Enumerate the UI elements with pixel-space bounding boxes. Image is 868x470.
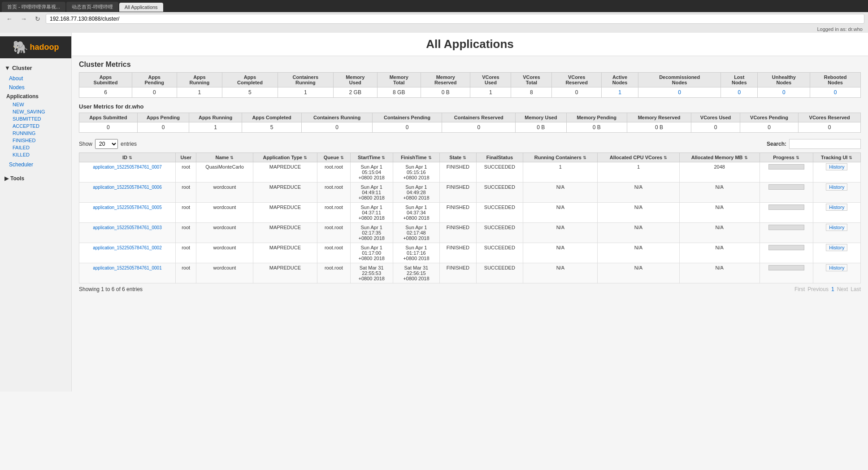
app-id-link[interactable]: application_1522505784761_0007 <box>93 165 161 170</box>
sidebar-sub-finished[interactable]: FINISHED <box>0 137 71 144</box>
um-val-0: 0 <box>79 122 138 133</box>
cell-starttime: Sun Apr 1 02:17:35 +0800 2018 <box>350 223 393 243</box>
progress-bar <box>768 225 804 230</box>
um-col-memory-reserved: Memory Reserved <box>627 113 691 122</box>
cell-name: wordcount <box>196 243 253 263</box>
cell-id: application_1522505784761_0006 <box>79 183 176 203</box>
app-id-link[interactable]: application_1522505784761_0001 <box>93 265 161 270</box>
th-finalstatus[interactable]: FinalStatus <box>476 153 523 162</box>
sidebar-sub-failed[interactable]: FAILED <box>0 144 71 151</box>
th-id[interactable]: ID ⇅ <box>79 153 176 162</box>
sidebar-sub-accepted[interactable]: ACCEPTED <box>0 122 71 130</box>
history-link[interactable]: History <box>826 224 847 231</box>
th-progress[interactable]: Progress ⇅ <box>760 153 813 162</box>
pagination-previous[interactable]: Previous <box>807 286 829 292</box>
th-app-type[interactable]: Application Type ⇅ <box>253 153 317 162</box>
app-id-link[interactable]: application_1522505784761_0005 <box>93 205 161 210</box>
unhealthy-link[interactable]: 0 <box>782 89 786 96</box>
th-tracking-ui[interactable]: Tracking UI ⇅ <box>813 153 860 162</box>
cell-tracking: History <box>813 263 860 283</box>
lost-link[interactable]: 0 <box>738 89 741 96</box>
col-decommissioned-nodes: DecommissionedNodes <box>638 73 721 87</box>
pagination-last[interactable]: Last <box>851 286 861 292</box>
cell-finalstatus: SUCCEEDED <box>476 203 523 223</box>
val-apps-completed: 5 <box>222 87 278 98</box>
th-state[interactable]: State ⇅ <box>440 153 476 162</box>
sidebar-cluster[interactable]: ▼ Cluster <box>0 62 71 74</box>
col-vcores-total: VCoresTotal <box>511 73 552 87</box>
th-running-containers[interactable]: Running Containers ⇅ <box>523 153 598 162</box>
sidebar-sub-submitted[interactable]: SUBMITTED <box>0 115 71 122</box>
th-queue[interactable]: Queue ⇅ <box>317 153 351 162</box>
progress-bar <box>768 265 804 270</box>
pagination-next[interactable]: Next <box>837 286 848 292</box>
history-link[interactable]: History <box>826 244 847 251</box>
col-unhealthy-nodes: UnhealthyNodes <box>758 73 810 87</box>
entries-select[interactable]: 10 20 50 100 <box>95 139 118 149</box>
um-col-vcores-pending: VCores Pending <box>740 113 798 122</box>
sidebar-sub-killed[interactable]: KILLED <box>0 151 71 158</box>
um-val-5: 0 <box>372 122 442 133</box>
th-alloc-cpu[interactable]: Allocated CPU VCores ⇅ <box>598 153 679 162</box>
th-alloc-mem[interactable]: Allocated Memory MB ⇅ <box>679 153 760 162</box>
tab-bilibili-2[interactable]: 动态首页-哔哩哔哩 <box>66 2 118 12</box>
um-col-containers-pending: Containers Pending <box>372 113 442 122</box>
cell-queue: root.root <box>317 183 351 203</box>
rebooted-link[interactable]: 0 <box>834 89 837 96</box>
pagination-first[interactable]: First <box>794 286 805 292</box>
table-row: application_1522505784761_0001 root word… <box>79 263 861 283</box>
cell-alloc-mem: N/A <box>679 203 760 223</box>
um-col-apps-submitted: Apps Submitted <box>79 113 138 122</box>
sidebar-sub-running[interactable]: RUNNING <box>0 130 71 137</box>
history-link[interactable]: History <box>826 163 847 170</box>
app-id-link[interactable]: application_1522505784761_0006 <box>93 185 161 190</box>
sidebar-tools[interactable]: ▶ Tools <box>0 173 71 184</box>
cell-alloc-cpu: N/A <box>598 243 679 263</box>
sidebar-item-nodes[interactable]: Nodes <box>0 83 71 92</box>
logged-in-label: Logged in as: dr.who <box>0 26 868 33</box>
active-nodes-link[interactable]: 1 <box>618 89 621 96</box>
val-unhealthy-nodes: 0 <box>758 87 810 98</box>
cell-progress <box>760 243 813 263</box>
th-starttime[interactable]: StartTime ⇅ <box>350 153 393 162</box>
cell-name: wordcount <box>196 183 253 203</box>
cell-finishtime: Sun Apr 1 02:17:48 +0800 2018 <box>393 223 439 243</box>
search-input[interactable] <box>789 139 861 149</box>
cell-starttime: Sun Apr 1 04:37:11 +0800 2018 <box>350 203 393 223</box>
history-link[interactable]: History <box>826 264 847 271</box>
app-id-link[interactable]: application_1522505784761_0003 <box>93 225 161 230</box>
sidebar-tools-label: Tools <box>10 175 24 182</box>
progress-bar <box>768 184 804 190</box>
cell-finalstatus: SUCCEEDED <box>476 243 523 263</box>
decommissioned-link[interactable]: 0 <box>678 89 681 96</box>
refresh-button[interactable]: ↻ <box>32 14 43 23</box>
cell-alloc-cpu: N/A <box>598 263 679 283</box>
table-controls-row: Show 10 20 50 100 entries Search: <box>79 139 861 149</box>
forward-button[interactable]: → <box>18 14 30 23</box>
val-lost-nodes: 0 <box>721 87 758 98</box>
th-name[interactable]: Name ⇅ <box>196 153 253 162</box>
sidebar-sub-new-saving[interactable]: NEW_SAVING <box>0 108 71 115</box>
sidebar-item-scheduler[interactable]: Scheduler <box>0 160 71 169</box>
um-col-memory-used: Memory Used <box>516 113 566 122</box>
cell-running-containers: N/A <box>523 183 598 203</box>
tab-all-applications[interactable]: All Applications <box>119 3 163 12</box>
tab-bilibili-1[interactable]: 首页 - 哔哩哔哩弹幕视... <box>2 2 65 12</box>
history-link[interactable]: History <box>826 204 847 211</box>
back-button[interactable]: ← <box>4 14 15 23</box>
th-user[interactable]: User <box>175 153 196 162</box>
sidebar-sub-new[interactable]: NEW <box>0 101 71 108</box>
cell-queue: root.root <box>317 223 351 243</box>
cell-user: root <box>175 243 196 263</box>
app-id-link[interactable]: application_1522505784761_0002 <box>93 245 161 250</box>
th-finishtime[interactable]: FinishTime ⇅ <box>393 153 439 162</box>
sidebar-item-applications[interactable]: Applications <box>0 92 71 101</box>
pagination-1[interactable]: 1 <box>831 286 834 292</box>
cell-id: application_1522505784761_0005 <box>79 203 176 223</box>
history-link[interactable]: History <box>826 183 847 191</box>
val-memory-reserved: 0 B <box>421 87 470 98</box>
sidebar-item-about[interactable]: About <box>0 74 71 83</box>
address-input[interactable] <box>46 14 864 24</box>
cell-queue: root.root <box>317 243 351 263</box>
show-label: Show <box>79 141 92 147</box>
